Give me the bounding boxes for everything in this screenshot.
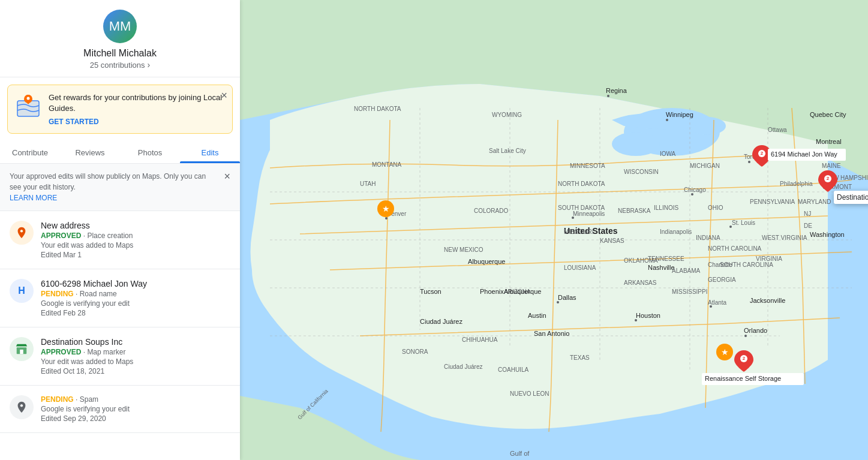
svg-text:Renaissance Self Storage: Renaissance Self Storage bbox=[705, 375, 781, 382]
svg-text:SOUTH CAROLINA: SOUTH CAROLINA bbox=[720, 261, 773, 268]
svg-text:MINNESOTA: MINNESOTA bbox=[570, 163, 605, 169]
svg-text:Quebec City: Quebec City bbox=[810, 111, 846, 118]
svg-text:Dallas: Dallas bbox=[558, 294, 576, 301]
edit-title: New address bbox=[41, 221, 230, 230]
svg-point-24 bbox=[607, 95, 609, 97]
svg-text:OHIO: OHIO bbox=[708, 205, 723, 211]
svg-text:PENNSYLVANIA: PENNSYLVANIA bbox=[750, 199, 795, 205]
edit-desc: Google is verifying your edit bbox=[41, 299, 230, 308]
svg-text:Salt Lake City: Salt Lake City bbox=[489, 148, 526, 154]
tab-photos[interactable]: Photos bbox=[120, 141, 180, 163]
svg-text:Austin: Austin bbox=[528, 312, 546, 319]
svg-text:KANSAS: KANSAS bbox=[600, 237, 624, 244]
edit-content-new-address: New address APPROVED · Place creation Yo… bbox=[41, 221, 230, 259]
svg-text:2: 2 bbox=[743, 356, 746, 361]
edit-icon-road: H bbox=[10, 279, 34, 303]
svg-text:MISSISSIPPI: MISSISSIPPI bbox=[672, 288, 707, 295]
svg-text:Chicago: Chicago bbox=[684, 187, 706, 193]
left-panel: MM Mitchell Michalak 25 contributions › bbox=[0, 0, 240, 460]
edit-item-spam: PENDING · Spam Google is verifying your … bbox=[0, 386, 240, 433]
svg-text:MONTANA: MONTANA bbox=[372, 161, 402, 168]
svg-point-76 bbox=[710, 305, 712, 308]
svg-rect-5 bbox=[20, 350, 23, 354]
svg-point-8 bbox=[612, 132, 660, 156]
profile-section: MM Mitchell Michalak 25 contributions › bbox=[0, 0, 240, 77]
svg-text:Jacksonville: Jacksonville bbox=[750, 297, 785, 304]
svg-point-26 bbox=[666, 119, 668, 121]
svg-text:ARKANSAS: ARKANSAS bbox=[624, 279, 657, 286]
banner-text: Get rewards for your contributions by jo… bbox=[49, 92, 225, 126]
svg-text:Indianapolis: Indianapolis bbox=[660, 229, 692, 235]
svg-text:Philadelphia: Philadelphia bbox=[780, 181, 813, 187]
map-pin-renaissance-star: ★ bbox=[716, 344, 733, 360]
svg-text:Albuquerque: Albuquerque bbox=[504, 288, 541, 295]
svg-text:★: ★ bbox=[721, 347, 729, 357]
get-started-button[interactable]: GET STARTED bbox=[49, 118, 225, 126]
edit-content-destination-soups: Destination Soups Inc APPROVED · Map mar… bbox=[41, 337, 230, 375]
tab-edits[interactable]: Edits bbox=[180, 141, 240, 163]
edit-date: Edited Feb 28 bbox=[41, 309, 230, 317]
svg-text:MAINE: MAINE bbox=[822, 163, 841, 169]
learn-more-link[interactable]: LEARN MORE bbox=[10, 194, 57, 202]
tabs: Contribute Reviews Photos Edits bbox=[0, 141, 240, 164]
svg-point-96 bbox=[557, 301, 559, 303]
svg-text:NUEVO LEON: NUEVO LEON bbox=[510, 390, 549, 397]
svg-text:Atlanta: Atlanta bbox=[708, 299, 727, 306]
svg-point-39 bbox=[691, 193, 693, 196]
edit-status: PENDING · Road name bbox=[41, 290, 230, 298]
svg-text:DE: DE bbox=[804, 223, 812, 229]
svg-point-36 bbox=[572, 217, 574, 219]
svg-text:COAHUILA: COAHUILA bbox=[498, 366, 528, 373]
svg-text:LOUISIANA: LOUISIANA bbox=[564, 264, 596, 271]
edit-status: APPROVED · Map marker bbox=[41, 348, 230, 356]
svg-text:NJ: NJ bbox=[804, 211, 811, 217]
svg-text:WYOMING: WYOMING bbox=[492, 112, 522, 118]
edit-item-new-address: New address APPROVED · Place creation Yo… bbox=[0, 211, 240, 269]
banner-close-button[interactable]: × bbox=[221, 90, 227, 101]
edit-item-destination-soups: Destination Soups Inc APPROVED · Map mar… bbox=[0, 327, 240, 386]
edit-date: Edited Sep 29, 2020 bbox=[41, 414, 230, 423]
svg-text:NEW MEXICO: NEW MEXICO bbox=[444, 246, 483, 253]
svg-text:TEXAS: TEXAS bbox=[570, 354, 590, 361]
edit-status: APPROVED · Place creation bbox=[41, 231, 230, 240]
svg-text:Ciudad Juárez: Ciudad Juárez bbox=[420, 318, 462, 325]
edit-date: Edited Mar 1 bbox=[41, 251, 230, 259]
svg-text:CHIHUAHUA: CHIHUAHUA bbox=[462, 336, 498, 343]
svg-text:NORTH DAKOTA: NORTH DAKOTA bbox=[354, 106, 401, 112]
map-container[interactable]: Gulf of bbox=[240, 0, 868, 460]
profile-contributions[interactable]: 25 contributions › bbox=[90, 60, 150, 70]
svg-text:Gulf of: Gulf of bbox=[510, 450, 530, 457]
tab-reviews[interactable]: Reviews bbox=[60, 141, 120, 163]
svg-text:San Antonio: San Antonio bbox=[534, 330, 569, 337]
edit-info-close-button[interactable]: × bbox=[224, 171, 230, 182]
svg-text:Orlando: Orlando bbox=[744, 327, 767, 334]
svg-text:Phoenix: Phoenix bbox=[480, 288, 504, 295]
local-guides-icon bbox=[15, 92, 41, 119]
svg-text:Destination Soups Inc: Destination Soups Inc bbox=[837, 193, 868, 202]
svg-point-3 bbox=[27, 97, 30, 100]
svg-text:WEST VIRGINIA: WEST VIRGINIA bbox=[762, 234, 807, 241]
svg-text:SONORA: SONORA bbox=[402, 348, 428, 355]
svg-text:Tucson: Tucson bbox=[420, 288, 441, 295]
svg-text:SOUTH DAKOTA: SOUTH DAKOTA bbox=[558, 205, 605, 211]
svg-text:6194 Michael Jon Way: 6194 Michael Jon Way bbox=[771, 151, 837, 158]
svg-text:2: 2 bbox=[761, 151, 764, 156]
svg-text:NORTH DAKOTA: NORTH DAKOTA bbox=[558, 181, 605, 187]
edit-icon-pin-orange bbox=[10, 221, 34, 245]
edit-desc: Your edit was added to Maps bbox=[41, 241, 230, 249]
edit-info-banner: Your approved edits will show publicly o… bbox=[0, 164, 240, 211]
svg-text:TENNESSEE: TENNESSEE bbox=[648, 255, 684, 262]
svg-text:Minneapolis: Minneapolis bbox=[573, 211, 605, 217]
svg-text:St. Louis: St. Louis bbox=[732, 220, 755, 226]
svg-point-42 bbox=[748, 161, 750, 163]
svg-text:Ciudad Juárez: Ciudad Juárez bbox=[444, 363, 482, 370]
edit-icon-pin-gray bbox=[10, 395, 34, 419]
tab-contribute[interactable]: Contribute bbox=[0, 141, 60, 163]
svg-text:Washington: Washington bbox=[810, 231, 845, 238]
svg-text:NEBRASKA: NEBRASKA bbox=[618, 208, 651, 214]
svg-text:UTAH: UTAH bbox=[360, 181, 376, 187]
svg-point-31 bbox=[385, 217, 388, 220]
svg-text:Ottawa: Ottawa bbox=[768, 127, 787, 133]
svg-text:Regina: Regina bbox=[606, 87, 627, 94]
local-guides-banner: Get rewards for your contributions by jo… bbox=[7, 85, 233, 134]
